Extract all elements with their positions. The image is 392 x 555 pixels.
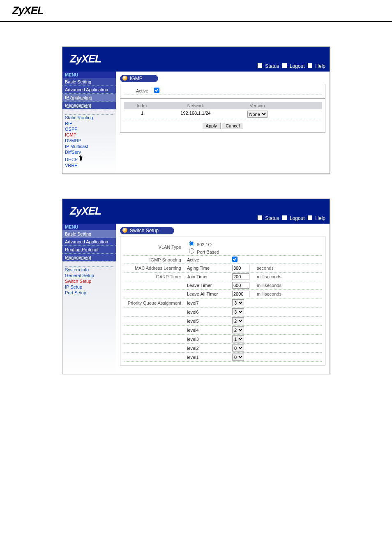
- th-version: Version: [231, 103, 284, 108]
- page-title-text: IGMP: [130, 76, 143, 81]
- garp-leave-row: Leave Timer milliseconds: [124, 281, 322, 290]
- pq-level7-field: level7: [187, 301, 232, 305]
- content-area: IGMP Active Index Network Version: [116, 72, 330, 173]
- sidebar-section-basic-setting[interactable]: Basic Setting: [62, 230, 116, 238]
- sidebar-section-management[interactable]: Management: [62, 102, 116, 109]
- sidebar-item-igmp[interactable]: IGMP: [65, 132, 113, 138]
- vlan-portbased-option[interactable]: Port Based: [187, 247, 232, 254]
- sidebar-item-vrrp[interactable]: VRRP: [65, 162, 113, 168]
- sidebar-item-static-routing[interactable]: Static Routing: [65, 115, 113, 120]
- logout-link[interactable]: Logout: [290, 63, 305, 69]
- sidebar-item-ospf[interactable]: OSPF: [65, 126, 113, 132]
- pq-label: Priority Queue Assignment: [124, 301, 187, 305]
- sidebar-item-system-info[interactable]: System Info: [65, 267, 113, 273]
- join-timer-field: Join Timer: [187, 274, 232, 279]
- pq-level6-field: level6: [187, 310, 232, 314]
- menu-header: MENU: [62, 224, 116, 230]
- switch-setup-panel: VLAN Type 802.1Q Port Based IGMP Snoopin…: [120, 236, 325, 365]
- igmp-snooping-row: IGMP Snooping Active: [124, 256, 322, 264]
- active-checkbox[interactable]: [154, 88, 159, 93]
- sidebar-section-ip-application[interactable]: IP Application: [62, 94, 116, 102]
- vlan-8021q-label: 802.1Q: [197, 242, 212, 247]
- sidebar-submenu: Static Routing RIP OSPF IGMP DVMRP IP Mu…: [62, 109, 116, 171]
- sidebar-item-diffserv[interactable]: DiffServ: [65, 149, 113, 155]
- garp-timer-label: GARP Timer: [124, 274, 187, 279]
- logout-link[interactable]: Logout: [290, 215, 305, 221]
- garp-leaveall-row: Leave All Timer milliseconds: [124, 290, 322, 298]
- pq-level5-row: level5 2: [124, 317, 322, 326]
- igmp-snooping-field: Active: [187, 257, 232, 262]
- content-area: Switch Setup VLAN Type 802.1Q Port Based…: [116, 224, 330, 374]
- vlan-type-label: VLAN Type: [124, 245, 187, 250]
- sidebar-item-dvmrp[interactable]: DVMRP: [65, 138, 113, 143]
- header-links: Status Logout Help: [256, 63, 325, 69]
- submenu-separator: [65, 112, 113, 115]
- join-timer-input[interactable]: [232, 273, 249, 280]
- pq-level3-select[interactable]: 1: [232, 335, 244, 342]
- sidebar-section-management[interactable]: Management: [62, 254, 116, 261]
- td-network: 192.168.1.1/24: [161, 111, 231, 118]
- status-link[interactable]: Status: [265, 63, 279, 69]
- sidebar-item-ip-setup[interactable]: IP Setup: [65, 284, 113, 290]
- vlan-8021q-option[interactable]: 802.1Q: [187, 240, 232, 247]
- apply-button[interactable]: Apply: [202, 123, 221, 129]
- th-network: Network: [161, 103, 231, 108]
- leaveall-timer-unit: milliseconds: [257, 291, 322, 296]
- help-link[interactable]: Help: [315, 63, 325, 69]
- vlan-8021q-radio[interactable]: [189, 241, 194, 246]
- join-timer-unit: milliseconds: [257, 274, 322, 279]
- sidebar-item-rip[interactable]: RIP: [65, 120, 113, 126]
- pq-level7-row: Priority Queue Assignment level7 3: [124, 298, 322, 308]
- pq-level2-select[interactable]: 0: [232, 345, 244, 352]
- pq-level4-row: level4 2: [124, 326, 322, 335]
- menu-header: MENU: [62, 72, 116, 78]
- pq-level1-row: level1 0: [124, 353, 322, 362]
- submenu-separator: [65, 264, 113, 267]
- pq-level4-select[interactable]: 2: [232, 326, 244, 333]
- vlan-portbased-radio[interactable]: [189, 248, 194, 254]
- th-index: Index: [124, 103, 161, 108]
- pq-level3-row: level3 1: [124, 335, 322, 344]
- igmp-snooping-checkbox[interactable]: [232, 257, 238, 262]
- sidebar-section-basic-setting[interactable]: Basic Setting: [62, 78, 116, 86]
- aging-time-unit: seconds: [257, 266, 322, 271]
- page-title: IGMP: [120, 75, 158, 82]
- sidebar-item-port-setup[interactable]: Port Setup: [65, 290, 113, 296]
- status-icon: [258, 63, 262, 68]
- document-header: ZyXEL: [0, 0, 392, 22]
- version-select[interactable]: None: [247, 111, 267, 118]
- pq-level1-field: level1: [187, 355, 232, 360]
- aging-time-input[interactable]: [232, 265, 249, 271]
- pq-level1-select[interactable]: 0: [232, 354, 244, 361]
- pq-level7-select[interactable]: 3: [232, 299, 244, 306]
- leaveall-timer-input[interactable]: [232, 291, 249, 297]
- sidebar-section-advanced-application[interactable]: Advanced Application: [62, 238, 116, 246]
- sidebar-section-advanced-application[interactable]: Advanced Application: [62, 86, 116, 94]
- sidebar-section-routing-protocol[interactable]: Routing Protocol: [62, 246, 116, 254]
- sidebar-item-ip-multicast[interactable]: IP Multicast: [65, 143, 113, 149]
- sidebar-item-general-setup[interactable]: General Setup: [65, 273, 113, 278]
- cancel-button[interactable]: Cancel: [222, 123, 243, 129]
- igmp-panel: Active Index Network Version 1 192.168.1…: [120, 84, 325, 133]
- page-title-text: Switch Setup: [130, 228, 159, 234]
- pq-level5-select[interactable]: 2: [232, 317, 244, 324]
- app-header: ZyXEL Status Logout Help: [62, 47, 330, 72]
- help-link[interactable]: Help: [315, 215, 325, 221]
- leaveall-timer-field: Leave All Timer: [187, 291, 232, 296]
- app-window-igmp: ZyXEL Status Logout Help MENU Basic Sett…: [62, 46, 330, 174]
- sidebar-item-dhcp[interactable]: DHCP: [65, 155, 113, 162]
- active-label: Active: [124, 88, 154, 93]
- mac-learning-row: MAC Address Learning Aging Time seconds: [124, 264, 322, 273]
- active-row: Active: [124, 87, 322, 95]
- leave-timer-input[interactable]: [232, 282, 249, 289]
- sidebar-item-switch-setup[interactable]: Switch Setup: [65, 278, 113, 284]
- app-window-switch-setup: ZyXEL Status Logout Help MENU Basic Sett…: [62, 199, 330, 374]
- logout-icon: [282, 215, 287, 220]
- zyxel-logo-text: ZyXEL: [12, 4, 44, 16]
- status-link[interactable]: Status: [265, 215, 279, 221]
- pq-level6-select[interactable]: 3: [232, 308, 244, 315]
- logout-icon: [282, 63, 287, 68]
- sidebar: MENU Basic Setting Advanced Application …: [62, 224, 116, 374]
- sidebar-submenu: System Info General Setup Switch Setup I…: [62, 261, 116, 299]
- help-icon: [308, 63, 312, 68]
